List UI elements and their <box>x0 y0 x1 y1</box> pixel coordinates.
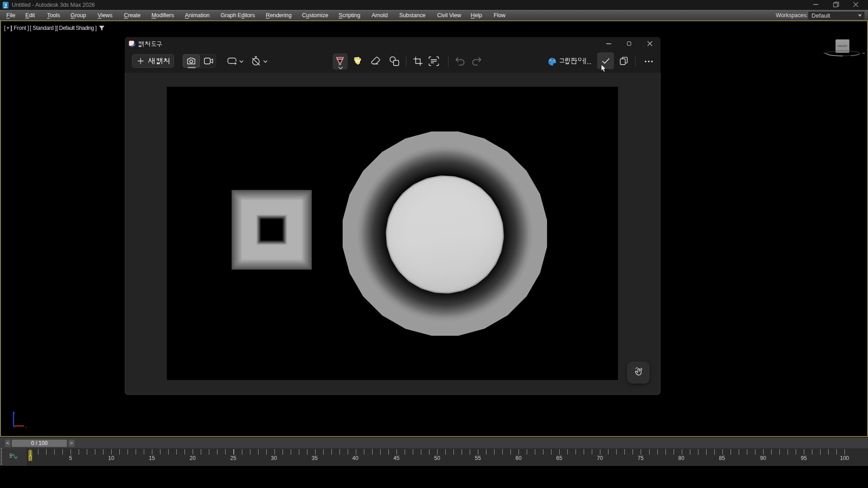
svg-text:MAX: MAX <box>4 7 8 9</box>
svg-text:Z: Z <box>13 412 15 415</box>
svg-text:Y: Y <box>13 426 15 429</box>
svg-text:X: X <box>25 426 27 429</box>
